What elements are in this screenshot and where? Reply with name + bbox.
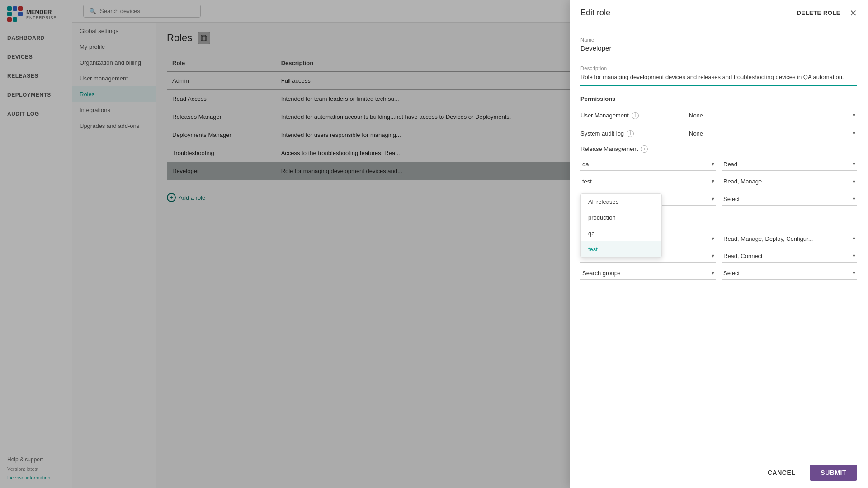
cancel-button[interactable]: CANCEL (760, 465, 802, 481)
search-groups-select[interactable]: Search groups (580, 267, 716, 279)
name-label: Name (580, 37, 857, 42)
release-qa-perm-wrap: Read Read, Manage ▾ (722, 158, 857, 171)
name-value: Developer (580, 44, 857, 56)
description-label: Description (580, 66, 857, 71)
user-mgmt-row: User Management i None Read Read, Manage… (580, 109, 857, 122)
panel-footer: CANCEL SUBMIT (570, 457, 868, 488)
release-qa-select[interactable]: qa production test All releases (580, 158, 716, 170)
dropdown-item-all-releases[interactable]: All releases (581, 194, 661, 210)
system-audit-select-wrapper: None Read ▾ (687, 127, 857, 140)
release-row-test: test qa production All releases ▾ Read, … (580, 175, 857, 188)
search-releases-perm-select[interactable]: Select Read Read, Manage (722, 193, 857, 205)
user-mgmt-label: User Management i (580, 112, 680, 119)
system-audit-select[interactable]: None Read (687, 127, 857, 140)
release-mgmt-text: Release Management (580, 145, 638, 152)
release-test-select-wrap: test qa production All releases ▾ (580, 175, 716, 188)
system-audit-text: System audit log (580, 130, 624, 137)
group-dev-perm-select[interactable]: Read, Manage, Deploy, Configur... (722, 233, 857, 245)
description-field-group: Description Role for managing developmen… (580, 66, 857, 86)
panel-header-actions: DELETE ROLE ✕ (797, 9, 857, 18)
search-groups-perm-select[interactable]: Select Read Read, Connect (722, 267, 857, 279)
panel-title: Edit role (580, 8, 610, 18)
release-test-select[interactable]: test qa production All releases (580, 175, 716, 188)
delete-role-button[interactable]: DELETE ROLE (797, 9, 840, 16)
dropdown-item-qa[interactable]: qa (581, 225, 661, 241)
user-mgmt-select[interactable]: None Read Read, Manage (687, 109, 857, 122)
system-audit-info-icon[interactable]: i (627, 130, 634, 137)
group-qa-perm-select[interactable]: Read, Connect Read Read, Manage (722, 250, 857, 262)
description-value: Role for managing development devices an… (580, 73, 857, 86)
user-mgmt-select-wrapper: None Read Read, Manage ▾ (687, 109, 857, 122)
system-audit-label: System audit log i (580, 130, 680, 137)
group-qa-perm-wrap: Read, Connect Read Read, Manage ▾ (722, 250, 857, 263)
release-qa-perm-select[interactable]: Read Read, Manage (722, 158, 857, 170)
submit-button[interactable]: SUBMIT (810, 465, 857, 481)
dropdown-item-production[interactable]: production (581, 210, 661, 225)
search-groups-row: Search groups ▾ Select Read Read, Connec… (580, 267, 857, 280)
dropdown-item-test[interactable]: test (581, 241, 661, 257)
search-groups-perm-wrap: Select Read Read, Connect ▾ (722, 267, 857, 280)
release-mgmt-row: Release Management i (580, 145, 857, 153)
panel-body: Name Developer Description Role for mana… (570, 26, 868, 457)
edit-role-panel: Edit role DELETE ROLE ✕ Name Developer D… (570, 0, 868, 488)
release-mgmt-label: Release Management i (580, 145, 680, 153)
release-mgmt-info-icon[interactable]: i (641, 145, 648, 153)
group-dev-perm-wrap: Read, Manage, Deploy, Configur... ▾ (722, 233, 857, 245)
panel-header: Edit role DELETE ROLE ✕ (570, 0, 868, 26)
release-dropdown-popup: All releases production qa test (580, 193, 662, 258)
search-groups-wrap: Search groups ▾ (580, 267, 716, 280)
search-releases-perm-wrap: Select Read Read, Manage ▾ (722, 193, 857, 206)
user-mgmt-text: User Management (580, 112, 629, 119)
system-audit-row: System audit log i None Read ▾ (580, 127, 857, 140)
release-row-qa: qa production test All releases ▾ Read R… (580, 158, 857, 171)
user-mgmt-info-icon[interactable]: i (632, 112, 639, 119)
name-field-group: Name Developer (580, 37, 857, 56)
permissions-title: Permissions (580, 95, 857, 102)
release-qa-select-wrap: qa production test All releases ▾ (580, 158, 716, 171)
release-test-perm-select[interactable]: Read, Manage Read (722, 175, 857, 188)
close-panel-button[interactable]: ✕ (849, 9, 857, 18)
release-test-perm-wrap: Read, Manage Read ▾ (722, 175, 857, 188)
